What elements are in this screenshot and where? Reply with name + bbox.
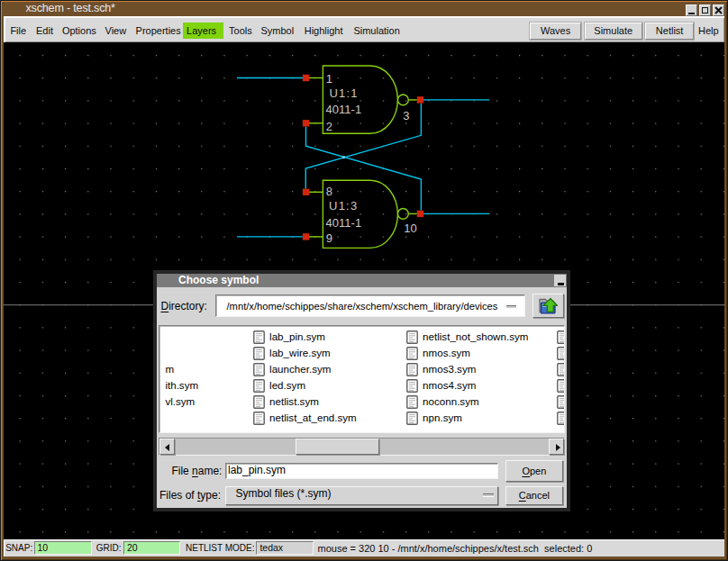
svg-text:2: 2: [326, 120, 332, 133]
svg-text:10: 10: [404, 222, 416, 235]
svg-text:U1:1: U1:1: [330, 86, 359, 100]
svg-text:4011-1: 4011-1: [326, 103, 362, 116]
svg-text:9: 9: [326, 231, 332, 245]
svg-text:4011-1: 4011-1: [326, 216, 362, 230]
svg-text:8: 8: [326, 185, 332, 198]
svg-text:1: 1: [326, 72, 332, 86]
svg-text:U1:3: U1:3: [329, 199, 358, 213]
svg-text:3: 3: [403, 109, 409, 122]
